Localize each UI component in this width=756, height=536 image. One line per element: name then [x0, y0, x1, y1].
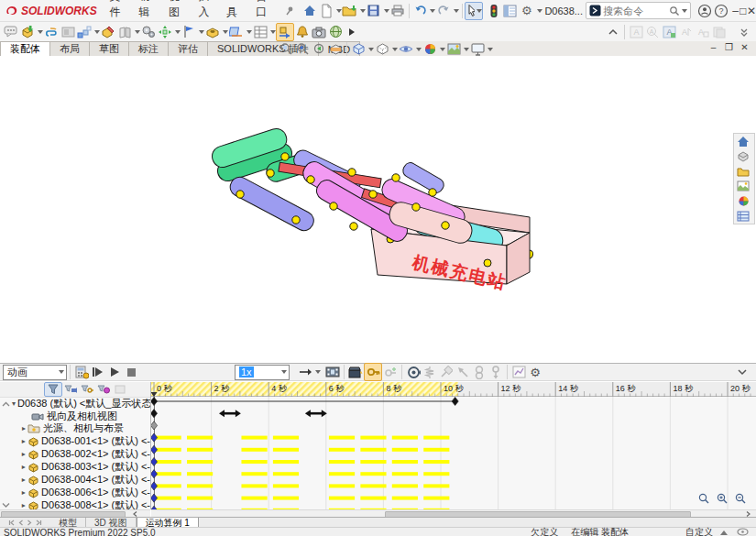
timeline-zoom-out-icon[interactable] [732, 491, 749, 504]
part-keypoint[interactable] [151, 445, 158, 454]
part-change-bar[interactable] [392, 497, 418, 500]
timeline-zoom-in-icon[interactable] [714, 491, 730, 504]
model-base-pin-right[interactable] [484, 259, 491, 267]
more-tools-chevron-icon[interactable] [736, 24, 752, 40]
assembly-keypoint[interactable] [151, 397, 158, 405]
part-expand-arrow[interactable]: ▸ [20, 501, 27, 509]
part-change-bar[interactable] [273, 472, 299, 476]
part-change-bar[interactable] [392, 448, 418, 452]
contact-icon[interactable] [471, 364, 488, 380]
view-settings-caret[interactable] [488, 48, 493, 51]
part-change-bar[interactable] [241, 460, 267, 464]
annotation-format-painter-icon[interactable] [710, 24, 727, 40]
part-change-bar[interactable] [360, 497, 386, 500]
part-keypoint[interactable] [151, 482, 158, 490]
doc-close-button[interactable]: ✕ [737, 40, 752, 53]
file-explorer-icon[interactable] [734, 164, 752, 179]
search-magnifier-icon[interactable] [669, 5, 680, 16]
window-maximize-button[interactable]: □ [740, 2, 747, 20]
open-caret[interactable] [360, 9, 366, 13]
tree-item-lights[interactable]: ▸ 光源、相机与布景 [20, 422, 150, 434]
search-caret[interactable] [682, 9, 687, 13]
design-library-icon[interactable] [734, 149, 752, 164]
part-change-bar[interactable] [241, 436, 267, 440]
part-change-bar[interactable] [187, 484, 213, 487]
motion-study-properties-icon[interactable]: ⚙ [527, 364, 543, 380]
options-gear-icon[interactable]: ⚙ [519, 3, 535, 19]
part-change-bar[interactable] [156, 484, 181, 487]
zoom-to-fit-icon[interactable] [278, 41, 294, 58]
part-change-bar[interactable] [329, 497, 355, 500]
part-change-bar[interactable] [156, 497, 181, 500]
show-hidden-components-icon[interactable] [181, 24, 197, 40]
part-expand-arrow[interactable]: ▸ [20, 463, 27, 471]
command-search[interactable] [586, 2, 691, 19]
filter-selected-icon[interactable] [95, 383, 112, 396]
part-change-bar[interactable] [392, 436, 418, 440]
part-keypoint[interactable] [151, 433, 158, 442]
flyout-more-icon[interactable] [344, 24, 360, 40]
open-icon[interactable] [342, 3, 358, 19]
part-expand-arrow[interactable]: ▸ [20, 450, 27, 458]
play-icon[interactable] [106, 364, 123, 380]
part-change-bar[interactable] [329, 472, 355, 476]
view-palette-icon[interactable] [734, 179, 752, 193]
tree-item-part[interactable]: ▸ D0638-004<1> (默认) <- [20, 474, 150, 486]
calculate-icon[interactable] [73, 364, 90, 380]
part-expand-arrow[interactable]: ▸ [20, 476, 27, 484]
tree-item-part[interactable]: ▸ D0638-008<1> (默认) <- [20, 499, 150, 509]
tree-item-part[interactable]: ▸ D0638-003<1> (默认) <- [20, 461, 150, 473]
play-from-start-icon[interactable] [90, 364, 106, 380]
menu-tools[interactable]: 工具(T) [219, 0, 248, 21]
edit-component-icon[interactable] [100, 24, 116, 40]
part-change-bar[interactable] [360, 436, 386, 440]
part-change-bar[interactable] [156, 448, 181, 452]
part-change-bar[interactable] [423, 484, 449, 487]
collapse-toolbar-icon[interactable] [605, 24, 621, 40]
new-document-icon[interactable] [318, 3, 334, 19]
part-change-bar[interactable] [423, 472, 449, 476]
tree-scroll-up-icon[interactable] [2, 399, 10, 410]
bill-of-materials-icon[interactable] [252, 24, 268, 40]
tab-assembly[interactable]: 装配体 [0, 41, 50, 56]
part-change-bar[interactable] [360, 472, 386, 476]
part-change-bar[interactable] [187, 460, 213, 464]
save-icon[interactable] [366, 3, 382, 19]
assembly-keypoint[interactable] [452, 397, 458, 405]
filter-results-icon[interactable] [112, 383, 128, 396]
save-caret[interactable] [384, 9, 389, 13]
damper-icon[interactable] [438, 364, 455, 380]
search-input[interactable] [601, 5, 669, 17]
insert-components-icon[interactable] [19, 24, 36, 40]
section-view-icon[interactable] [327, 41, 344, 58]
print-icon[interactable] [389, 3, 406, 19]
filter-none-icon[interactable] [44, 382, 62, 397]
annotation-model-items-icon[interactable]: A [677, 24, 694, 40]
orientation-keypoint[interactable] [151, 410, 158, 418]
redo-icon[interactable] [435, 3, 452, 19]
part-change-bar[interactable] [241, 448, 267, 452]
tree-item-part[interactable]: ▸ D0638-001<1> (默认) <- [20, 435, 150, 447]
comment-icon[interactable] [3, 24, 19, 40]
part-change-bar[interactable] [273, 484, 299, 487]
stop-icon[interactable] [123, 364, 139, 380]
part-change-bar[interactable] [187, 448, 213, 452]
part-change-bar[interactable] [156, 460, 181, 464]
large-design-review-icon[interactable] [327, 24, 344, 40]
tree-item-assembly-root[interactable]: ▾ D0638 (默认) <默认_显示状态 [12, 398, 149, 410]
edit-appearance-icon[interactable] [422, 41, 438, 58]
reference-geometry-icon[interactable] [228, 24, 245, 40]
tree-item-part[interactable]: ▸ D0638-006<1> (默认) <- [20, 487, 150, 498]
part-change-bar[interactable] [241, 472, 267, 476]
apply-scene-icon[interactable] [445, 41, 462, 58]
view-orientation-icon[interactable] [350, 41, 367, 58]
part-keypoint[interactable] [151, 470, 158, 478]
menu-insert[interactable]: 插入(I) [192, 0, 220, 21]
autokey-icon[interactable] [364, 363, 382, 381]
help-icon[interactable]: ? [713, 3, 729, 19]
gravity-icon[interactable] [488, 364, 504, 380]
part-change-bar[interactable] [423, 448, 449, 452]
part-keypoint[interactable] [151, 494, 158, 502]
tree-item-part[interactable]: ▸ D0638-002<1> (默认) <- [20, 448, 150, 460]
menu-view[interactable]: 视图(V) [161, 0, 191, 21]
